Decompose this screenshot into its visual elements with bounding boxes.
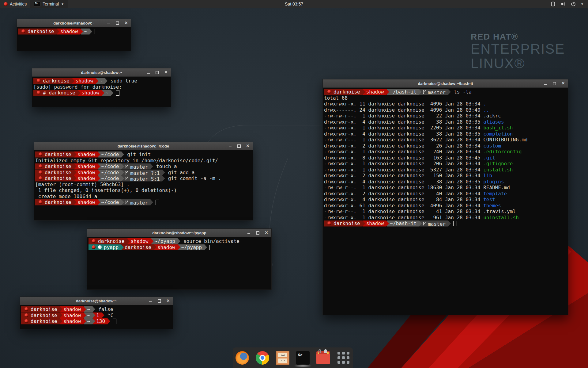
maximize-button[interactable] [256, 231, 259, 235]
prompt-segment-gray: ~/code [98, 199, 124, 205]
maximize-button[interactable] [237, 144, 241, 148]
terminal-text: drwxrwxr-x. 4 darknoise darknoise 84 Jan… [324, 197, 483, 202]
prompt-segment-text: ~ [87, 306, 90, 312]
close-button[interactable]: ✕ [166, 299, 170, 303]
terminal-text: -rw-rw-r--. 1 darknoise darknoise 3622 J… [324, 137, 528, 143]
terminal-line: drwxrwxr-x. 2 darknoise darknoise 26 Jan… [324, 143, 568, 149]
maximize-button[interactable] [157, 299, 161, 303]
prompt-segment-red: shadow [78, 90, 104, 96]
prompt-segment-text: ~ [105, 90, 108, 96]
prompt-segment-red: shadow [74, 170, 100, 176]
window-titlebar[interactable]: darknoise@shadow:~/pyapp ✕ [87, 229, 271, 237]
terminal-content[interactable]: darknoiseshadow~/bash-itmasterls -latota… [323, 88, 568, 227]
window-titlebar[interactable]: darknoise@shadow:~ ✕ [32, 68, 171, 77]
prompt-segment-text: darknoise [31, 312, 57, 318]
window-titlebar[interactable]: darknoise@shadow:~/bash-it ✕ [323, 79, 568, 88]
prompt-segment-text: darknoise [43, 78, 70, 84]
activities-label: Activities [10, 2, 27, 6]
window-terminal-code: darknoise@shadow:~/code ✕ darknoiseshado… [34, 142, 253, 220]
prompt-segment-red: shadow [74, 151, 100, 158]
filename-blue: completion [483, 131, 513, 137]
terminal-text: ^C [107, 312, 113, 318]
redhat-icon [37, 79, 40, 82]
redhat-icon [24, 319, 28, 323]
dock-item-terminal[interactable]: $> [296, 350, 310, 366]
minimize-button[interactable] [146, 71, 150, 74]
dock-item-toolbox[interactable] [316, 350, 330, 366]
terminal-line: [sudo] password for darknoise: [33, 84, 171, 90]
prompt-segment-gray: ~/code [98, 151, 124, 158]
close-button[interactable]: ✕ [164, 71, 168, 74]
prompt-segment-text: ~ [87, 318, 90, 324]
prompt-segment-text: shadow [366, 220, 384, 226]
close-button[interactable]: ✕ [124, 21, 128, 25]
prompt-segment-red: shadow [74, 199, 100, 205]
dock-item-firefox[interactable] [235, 350, 250, 366]
redhat-icon [4, 2, 8, 6]
prompt-segment-text: ~ [84, 29, 87, 34]
terminal-icon: $> [296, 351, 310, 365]
maximize-button[interactable] [155, 71, 159, 74]
minimize-button[interactable] [228, 144, 232, 148]
close-button[interactable]: ✕ [246, 144, 250, 148]
terminal-line: drwxrwxr-x. 11 darknoise darknoise 4096 … [324, 101, 568, 107]
window-title: darknoise@shadow:~ [76, 299, 117, 303]
app-menu-terminal[interactable]: $> Terminal ▼ [30, 0, 68, 8]
terminal-content[interactable]: darknoiseshadow~sudo true[sudo] password… [32, 77, 171, 96]
terminal-text: -rw-rw-r--. 1 darknoise darknoise 41 Jan… [324, 209, 516, 214]
app-grid-icon [337, 352, 349, 364]
dock-item-app-grid[interactable] [336, 350, 351, 366]
terminal-content[interactable]: darknoiseshadow~/pyappsource bin/activat… [87, 237, 271, 250]
close-button[interactable]: ✕ [561, 82, 565, 85]
window-titlebar[interactable]: darknoise@shadow:~ ✕ [17, 19, 131, 27]
system-status-area[interactable]: ▼ [551, 0, 588, 8]
prompt-segment-text: darknoise [45, 170, 71, 175]
dock-item-chrome[interactable] [255, 350, 270, 366]
terminal-cursor [113, 319, 116, 324]
minimize-button[interactable] [247, 231, 251, 235]
terminal-line: darknoiseshadow~/codemastertouch a [35, 163, 253, 170]
maximize-button[interactable] [552, 82, 556, 85]
prompt-segment-darkred: darknoise [35, 163, 77, 170]
window-title: darknoise@shadow:~/bash-it [418, 81, 473, 86]
terminal-content[interactable]: darknoiseshadow~falsedarknoiseshadow~1^C… [20, 305, 173, 324]
maximize-button[interactable] [115, 21, 119, 25]
prompt-segment-red: shadow [60, 312, 86, 319]
prompt-segment-text: darknoise [98, 238, 125, 244]
terminal-content[interactable]: darknoiseshadow~/codegit initInitialized… [34, 150, 253, 205]
prompt-segment-text: ~/code [101, 170, 119, 175]
window-titlebar[interactable]: darknoise@shadow:~ ✕ [20, 297, 173, 305]
minimize-button[interactable] [107, 21, 110, 25]
prompt-segment-red: shadow [60, 306, 86, 312]
terminal-text: git init [127, 151, 151, 157]
terminal-text: -rwxrwxr-x. 1 darknoise darknoise 206 Ja… [324, 161, 483, 167]
terminal-content[interactable]: darknoiseshadow~ [17, 27, 131, 35]
window-terminal-sudo: darknoise@shadow:~ ✕ darknoiseshadow~sud… [32, 68, 171, 107]
prompt-segment-text: master [130, 164, 148, 170]
terminal-text: -rwxrwxr-x. 1 darknoise darknoise 5327 J… [324, 167, 483, 173]
minimize-button[interactable] [149, 299, 152, 303]
terminal-text: [sudo] password for darknoise: [33, 84, 122, 90]
terminal-line: darknoiseshadow~ [18, 29, 131, 35]
prompt-segment-text: master S:1 [130, 176, 160, 182]
power-icon [571, 2, 576, 6]
terminal-line: darknoiseshadow~/bash-itmasterls -la [324, 89, 568, 95]
terminal-cursor [209, 245, 213, 250]
window-titlebar[interactable]: darknoise@shadow:~/code ✕ [34, 142, 253, 150]
dock-item-files[interactable] [275, 350, 290, 366]
activities-button[interactable]: Activities [0, 0, 30, 8]
top-bar: Activities $> Terminal ▼ Sat 03:57 ▼ [0, 0, 588, 8]
terminal-line: -rwxrwxr-x. 1 darknoise darknoise 5327 J… [324, 167, 568, 173]
window-title: darknoise@shadow:~/code [118, 144, 169, 148]
prompt-segment-red: shadow [363, 220, 389, 227]
close-button[interactable]: ✕ [265, 231, 268, 235]
terminal-text: drwxrwxr-x. 2 darknoise darknoise 26 Jan… [324, 143, 483, 149]
prompt-segment-text: master [428, 221, 446, 227]
prompt-segment-text: shadow [77, 170, 95, 175]
clock[interactable]: Sat 03:57 [0, 2, 588, 6]
filename-blue: lib [483, 173, 492, 178]
prompt-segment-text: ~/pyapp [155, 238, 175, 244]
minimize-button[interactable] [544, 82, 547, 85]
redhat-icon [39, 164, 42, 168]
prompt-segment-darkred: darknoise [324, 220, 365, 227]
